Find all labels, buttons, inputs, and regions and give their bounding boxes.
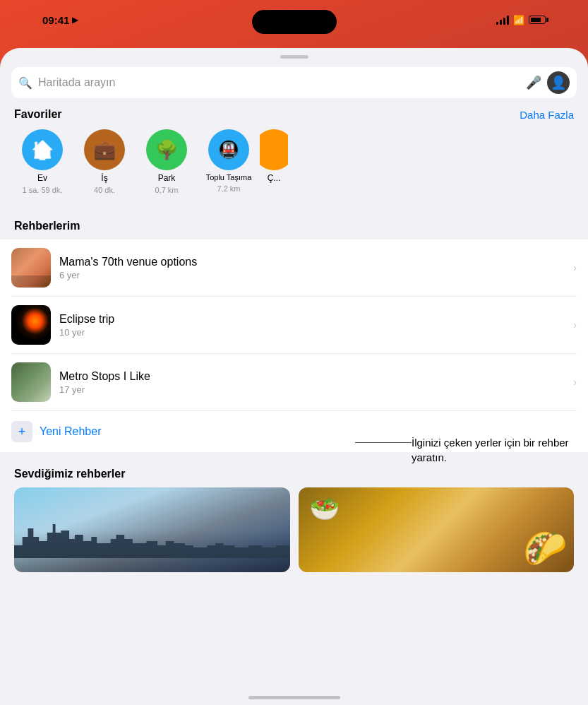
work-fav-sublabel: 40 dk. [94, 186, 115, 194]
list-item[interactable]: Eclipse trip 10 yer › [11, 297, 577, 354]
metro-guide-count: 17 yer [59, 384, 565, 395]
transit-fav-sublabel: 7,2 km [217, 184, 240, 193]
eclipse-guide-title: Eclipse trip [59, 313, 565, 326]
work-fav-icon: 💼 [84, 129, 125, 170]
transit-fav-label: Toplu Taşıma [206, 173, 252, 182]
favorites-header: Favoriler Daha Fazla [0, 98, 588, 125]
user-avatar[interactable]: 👤 [547, 71, 570, 94]
signal-bars-icon [496, 15, 509, 25]
plus-icon: + [11, 421, 32, 442]
mic-icon[interactable]: 🎤 [526, 75, 541, 90]
new-guide-label: Yeni Rehber [40, 425, 101, 438]
work-fav-label: İş [101, 173, 107, 183]
home-fav-sublabel: 1 sa. 59 dk. [23, 186, 63, 194]
favorite-item-park[interactable]: 🌳 Park 0,7 km [136, 129, 198, 194]
park-fav-icon: 🌳 [146, 129, 187, 170]
extra-fav-label: Ç... [268, 173, 281, 183]
transit-fav-icon: 🚇 [208, 129, 249, 170]
search-placeholder: Haritada arayın [38, 76, 520, 89]
metro-guide-title: Metro Stops I Like [59, 370, 565, 383]
wifi-icon: 📶 [513, 15, 524, 25]
dynamic-island [252, 10, 337, 34]
mama-guide-thumbnail [11, 248, 51, 288]
park-fav-label: Park [158, 173, 176, 183]
mama-guide-info: Mama's 70th venue options 6 yer [59, 256, 565, 280]
status-time: 09:41 ▶ [42, 14, 78, 26]
loved-guides-section: Sevdiğimiz rehberler [0, 458, 588, 576]
list-item[interactable]: Metro Stops I Like 17 yer › [11, 354, 577, 411]
favorite-item-home[interactable]: 🏠 Ev 1 sa. 59 dk. [11, 129, 73, 194]
metro-guide-info: Metro Stops I Like 17 yer [59, 370, 565, 395]
bottom-sheet: 🔍 Haritada arayın 🎤 👤 Favoriler Daha Faz… [0, 48, 588, 705]
sheet-handle [280, 55, 308, 59]
eclipse-guide-count: 10 yer [59, 327, 565, 338]
battery-icon [529, 16, 546, 24]
eclipse-guide-info: Eclipse trip 10 yer [59, 313, 565, 338]
favorites-row: 🏠 Ev 1 sa. 59 dk. 💼 İş 40 dk. 🌳 Park 0,7… [0, 125, 588, 204]
chevron-right-icon: › [573, 377, 577, 388]
food-guide-card[interactable] [299, 487, 575, 572]
park-fav-sublabel: 0,7 km [155, 186, 178, 194]
my-guides-header: Rehberlerim [0, 210, 588, 237]
search-icon: 🔍 [18, 76, 32, 90]
annotation-text: İlginizi çeken yerler için bir rehber ya… [412, 437, 569, 463]
favorite-item-extra[interactable]: Ç... [260, 129, 288, 194]
section-separator-1 [0, 204, 588, 210]
favorites-title: Favoriler [14, 108, 62, 121]
home-fav-icon: 🏠 [22, 129, 63, 170]
favorites-more-button[interactable]: Daha Fazla [520, 109, 574, 121]
search-bar[interactable]: 🔍 Haritada arayın 🎤 👤 [11, 67, 577, 98]
mama-guide-title: Mama's 70th venue options [59, 256, 565, 268]
home-indicator [248, 696, 340, 699]
guides-list: Mama's 70th venue options 6 yer › Eclips… [0, 239, 588, 452]
loved-guides-title: Sevdiğimiz rehberler [14, 468, 574, 480]
annotation-callout: İlginizi çeken yerler için bir rehber ya… [412, 435, 574, 465]
extra-fav-icon [260, 129, 288, 170]
loved-guides-cards [14, 487, 574, 572]
chevron-right-icon: › [573, 262, 577, 273]
home-fav-label: Ev [37, 173, 47, 183]
chevron-right-icon: › [573, 319, 577, 331]
annotation-line [355, 442, 412, 443]
favorite-item-transit[interactable]: 🚇 Toplu Taşıma 7,2 km [198, 129, 260, 194]
my-guides-title: Rehberlerim [14, 220, 80, 232]
list-item[interactable]: Mama's 70th venue options 6 yer › [11, 239, 577, 297]
favorite-item-work[interactable]: 💼 İş 40 dk. [73, 129, 136, 194]
eclipse-guide-thumbnail [11, 305, 51, 345]
status-icons: 📶 [496, 15, 546, 25]
mama-guide-count: 6 yer [59, 270, 565, 280]
city-guide-card[interactable] [14, 487, 290, 572]
metro-guide-thumbnail [11, 362, 51, 402]
